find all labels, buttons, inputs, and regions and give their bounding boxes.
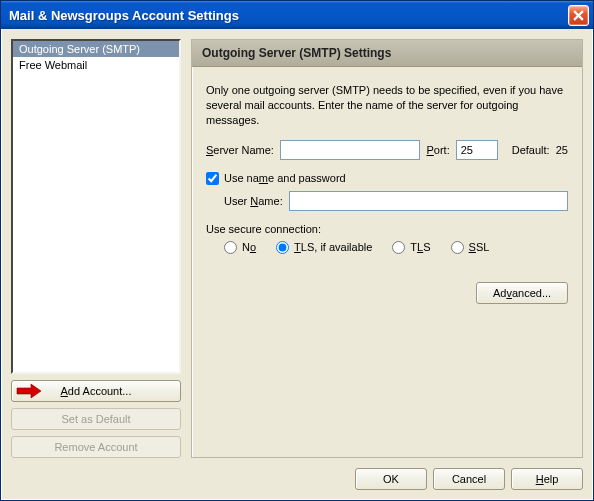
server-name-input[interactable] [280, 140, 421, 160]
default-port-label: Default: 25 [512, 144, 568, 156]
window-title: Mail & Newsgroups Account Settings [9, 8, 239, 23]
close-icon [573, 10, 584, 21]
port-input[interactable] [456, 140, 498, 160]
user-name-row: User Name: [224, 191, 568, 211]
help-button[interactable]: Help [511, 468, 583, 490]
advanced-row: Advanced... [206, 282, 568, 304]
settings-panel: Outgoing Server (SMTP) Settings Only one… [191, 39, 583, 458]
tree-item-free-webmail[interactable]: Free Webmail [13, 57, 179, 73]
close-button[interactable] [568, 5, 589, 26]
upper-area: Outgoing Server (SMTP) Free Webmail Add … [11, 39, 583, 458]
secure-no-radio[interactable] [224, 241, 237, 254]
secure-ssl[interactable]: SSL [451, 241, 490, 254]
left-column: Outgoing Server (SMTP) Free Webmail Add … [11, 39, 181, 458]
secure-label: Use secure connection: [206, 223, 568, 235]
secure-options: No TLS, if available TLS [224, 241, 568, 254]
panel-heading: Outgoing Server (SMTP) Settings [192, 40, 582, 67]
tree-item-outgoing-smtp[interactable]: Outgoing Server (SMTP) [13, 41, 179, 57]
account-tree[interactable]: Outgoing Server (SMTP) Free Webmail [11, 39, 181, 374]
cancel-button[interactable]: Cancel [433, 468, 505, 490]
add-account-row: Add Account... [11, 380, 181, 402]
use-auth-checkbox[interactable] [206, 172, 219, 185]
client-area: Outgoing Server (SMTP) Free Webmail Add … [1, 29, 593, 500]
tree-item-label: Free Webmail [19, 59, 87, 71]
port-label: Port: [426, 144, 449, 156]
user-name-input[interactable] [289, 191, 568, 211]
secure-tls-available[interactable]: TLS, if available [276, 241, 372, 254]
auth-block: Use name and password User Name: [206, 172, 568, 211]
left-buttons: Add Account... Set as Default Remove Acc… [11, 380, 181, 458]
use-auth-row[interactable]: Use name and password [206, 172, 568, 185]
ok-button[interactable]: OK [355, 468, 427, 490]
panel-body: Only one outgoing server (SMTP) needs to… [192, 67, 582, 314]
titlebar[interactable]: Mail & Newsgroups Account Settings [1, 1, 593, 29]
dialog-buttons: OK Cancel Help [11, 466, 583, 490]
secure-tls[interactable]: TLS [392, 241, 430, 254]
server-port-row: Server Name: Port: Default: 25 [206, 140, 568, 160]
account-settings-window: Mail & Newsgroups Account Settings Outgo… [0, 0, 594, 501]
use-auth-label: Use name and password [224, 172, 346, 184]
secure-tls-available-radio[interactable] [276, 241, 289, 254]
secure-ssl-radio[interactable] [451, 241, 464, 254]
set-default-button: Set as Default [11, 408, 181, 430]
tree-item-label: Outgoing Server (SMTP) [19, 43, 140, 55]
add-account-label-rest: dd Account... [68, 385, 132, 397]
user-name-label: User Name: [224, 195, 283, 207]
server-name-label: Server Name: [206, 144, 274, 156]
add-account-button[interactable]: Add Account... [11, 380, 181, 402]
advanced-button[interactable]: Advanced... [476, 282, 568, 304]
secure-block: Use secure connection: No TLS, if availa… [206, 223, 568, 254]
secure-no[interactable]: No [224, 241, 256, 254]
remove-account-button: Remove Account [11, 436, 181, 458]
secure-tls-radio[interactable] [392, 241, 405, 254]
panel-intro-text: Only one outgoing server (SMTP) needs to… [206, 83, 568, 128]
